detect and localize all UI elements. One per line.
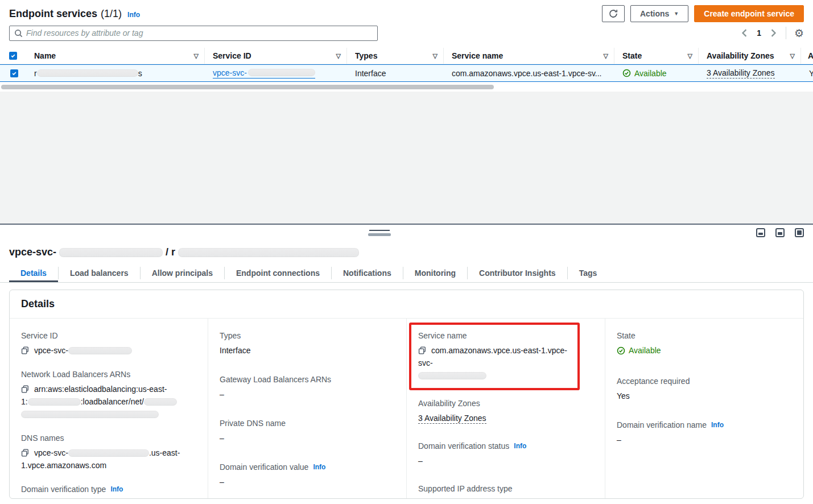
details-card-body: Service ID vpce-svc- Network Load Balanc… [10, 319, 803, 498]
pagination: 1 ⚙ [740, 27, 804, 39]
table-row[interactable]: r s vpce-svc- Interface com.amazonaws.vp… [0, 64, 813, 82]
redacted-text [144, 398, 177, 406]
horizontal-scrollbar-thumb[interactable] [1, 85, 494, 89]
service-id-link[interactable]: vpce-svc- [213, 68, 315, 79]
tab-notifications[interactable]: Notifications [332, 263, 403, 282]
availability-zones-popover[interactable]: 3 Availability Zones [707, 68, 775, 79]
next-page-button[interactable] [769, 28, 778, 38]
field-acceptance-required: Acceptance required Yes [617, 375, 790, 402]
info-link[interactable]: Info [313, 461, 325, 473]
info-link[interactable]: Info [110, 484, 123, 495]
field-dns-names: DNS names vpce-svc-.us-east- 1.vpce.amaz… [21, 432, 194, 472]
field-domain-verification-value: Domain verification value Info – [220, 461, 393, 488]
tab-tags[interactable]: Tags [568, 263, 609, 282]
redacted-text [178, 248, 359, 257]
info-link[interactable]: Info [514, 440, 526, 452]
field-availability-zones: Availability Zones 3 Availability Zones [418, 398, 591, 424]
row-checkbox[interactable] [10, 69, 18, 77]
cell-availability-zones: 3 Availability Zones [699, 65, 801, 81]
details-card-heading: Details [10, 290, 803, 319]
preferences-gear-icon[interactable]: ⚙ [794, 28, 804, 39]
select-all-checkbox[interactable] [9, 52, 17, 60]
redacted-text [21, 411, 159, 418]
vpc-endpoint-services-screen: Endpoint services (1/1) Info Actions ▼ C… [0, 0, 813, 504]
field-domain-verification-name: Domain verification name Info – [617, 419, 790, 446]
redacted-text [28, 398, 81, 406]
page-title: Endpoint services (1/1) Info [9, 8, 140, 20]
filter-icon[interactable]: ▽ [688, 52, 692, 60]
tab-endpoint-connections[interactable]: Endpoint connections [225, 263, 331, 282]
field-service-id: Service ID vpce-svc- [21, 330, 194, 357]
redacted-text [418, 372, 486, 379]
panel-tabs: Details Load balancers Allow principals … [0, 263, 813, 283]
copy-icon[interactable] [418, 345, 426, 353]
tab-contributor-insights[interactable]: Contributor Insights [468, 263, 567, 282]
tab-monitoring[interactable]: Monitoring [403, 263, 467, 282]
redacted-text [248, 69, 315, 76]
cell-state: Available [614, 65, 699, 81]
details-column-3: Service name com.amazonaws.vpce.us-east-… [406, 319, 605, 498]
header-info-link[interactable]: Info [127, 11, 140, 19]
availability-zones-popover[interactable]: 3 Availability Zones [418, 414, 486, 424]
tab-allow-principals[interactable]: Allow principals [141, 263, 224, 282]
field-domain-verification-type: Domain verification type Info – [21, 484, 194, 499]
column-header-name[interactable]: Name ▽ [26, 48, 205, 64]
column-header-availability-zones[interactable]: Availability Zones ▽ [699, 48, 801, 64]
column-header-service-name[interactable]: Service name ▽ [444, 48, 614, 64]
field-glb-arns: Gateway Load Balancers ARNs – [220, 374, 393, 400]
check-circle-icon [617, 346, 625, 355]
field-state: State Available [617, 330, 790, 358]
create-endpoint-service-button[interactable]: Create endpoint service [694, 5, 804, 22]
refresh-icon [609, 9, 618, 18]
panel-position-half-icon[interactable] [775, 228, 785, 237]
info-link[interactable]: Info [711, 419, 724, 431]
field-domain-verification-status: Domain verification status Info – [418, 440, 591, 467]
toolbar: 1 ⚙ [9, 25, 804, 41]
page-title-text: Endpoint services [9, 8, 97, 20]
details-column-4: State Available Acceptance required [605, 319, 803, 498]
actions-button[interactable]: Actions ▼ [630, 5, 688, 22]
current-page-number[interactable]: 1 [757, 28, 761, 38]
column-header-types[interactable]: Types ▽ [347, 48, 444, 64]
column-header-state[interactable]: State ▽ [614, 48, 699, 64]
service-name-highlight-box: Service name com.amazonaws.vpce.us-east-… [409, 323, 580, 390]
copy-icon[interactable] [21, 384, 29, 392]
caret-down-icon: ▼ [674, 11, 679, 16]
previous-page-button[interactable] [740, 28, 749, 38]
redacted-text [68, 449, 149, 457]
redacted-text [37, 69, 138, 77]
cell-acceptance-clipped: Y [801, 65, 813, 81]
copy-icon[interactable] [21, 345, 29, 353]
filter-icon[interactable]: ▽ [433, 52, 438, 60]
cell-service-name: com.amazonaws.vpce.us-east-1.vpce-sv... [444, 65, 614, 81]
empty-background [0, 92, 813, 224]
detail-split-panel: vpce-svc- / r Details Load balancers All… [0, 225, 813, 504]
copy-icon[interactable] [418, 498, 426, 499]
field-supported-ip: Supported IP address type ipv4 [418, 483, 591, 499]
refresh-button[interactable] [602, 5, 625, 22]
tab-details[interactable]: Details [9, 263, 58, 282]
cell-types: Interface [347, 65, 444, 81]
split-panel-drag-handle[interactable] [368, 230, 391, 236]
table-header-row: Name ▽ Service ID ▽ Types ▽ Service name… [0, 48, 813, 64]
filter-icon[interactable]: ▽ [336, 52, 341, 60]
field-service-name: Service name com.amazonaws.vpce.us-east-… [418, 330, 571, 382]
filter-icon[interactable]: ▽ [790, 52, 795, 60]
search-input[interactable] [26, 28, 373, 38]
check-circle-icon [622, 69, 631, 77]
header-buttons: Actions ▼ Create endpoint service [602, 5, 804, 22]
copy-icon[interactable] [21, 448, 29, 456]
details-card: Details Service ID vpce-svc- Network Loa… [9, 290, 804, 499]
panel-position-full-icon[interactable] [795, 228, 804, 237]
tab-load-balancers[interactable]: Load balancers [59, 263, 140, 282]
filter-icon[interactable]: ▽ [194, 52, 199, 60]
endpoint-services-table: Name ▽ Service ID ▽ Types ▽ Service name… [0, 48, 813, 82]
toolbar-divider [786, 27, 786, 39]
column-header-service-id[interactable]: Service ID ▽ [205, 48, 347, 64]
filter-icon[interactable]: ▽ [604, 52, 608, 60]
details-column-2: Types Interface Gateway Load Balancers A… [208, 319, 406, 498]
panel-position-bottom-icon[interactable] [756, 228, 765, 237]
column-header-acceptance-clipped[interactable]: A [801, 48, 813, 64]
page-header: Endpoint services (1/1) Info Actions ▼ C… [9, 5, 804, 23]
search-box[interactable] [9, 26, 378, 41]
